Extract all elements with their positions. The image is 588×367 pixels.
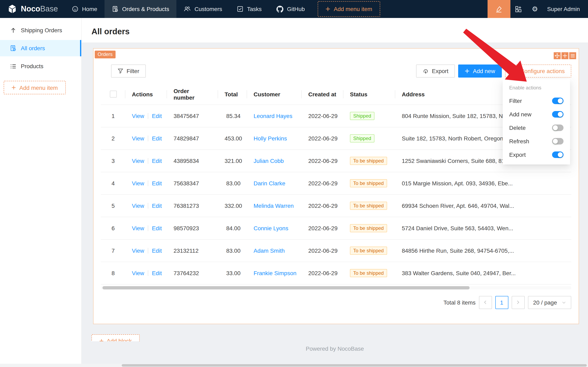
ui-editor-button[interactable] xyxy=(487,0,510,18)
filter-label: Filter xyxy=(126,68,139,74)
select-all-checkbox[interactable] xyxy=(110,91,117,98)
page-size-select[interactable]: 20 / page xyxy=(528,296,571,309)
navbar-right: ⚙ Super Admin xyxy=(487,0,588,18)
view-link[interactable]: View xyxy=(132,135,144,142)
edit-link[interactable]: Edit xyxy=(152,247,162,254)
customer-link[interactable]: Leonard Hayes xyxy=(253,112,292,119)
nav-item-home[interactable]: Home xyxy=(65,0,105,18)
gear-icon: ⚙ xyxy=(512,67,517,75)
address-cell: 5724 Daniel Drive, Suite 563, 54403, Wen… xyxy=(395,217,571,239)
add-new-button[interactable]: Add new xyxy=(458,65,502,78)
sidebar-item-shipping-orders[interactable]: Shipping Orders xyxy=(0,22,81,38)
export-button[interactable]: Export xyxy=(416,65,455,78)
dropdown-item-add-new[interactable]: Add new xyxy=(503,107,570,121)
customer-link[interactable]: Darin Clarke xyxy=(253,180,286,186)
dropdown-item-filter[interactable]: Filter xyxy=(503,94,570,107)
brand-bold: Noco xyxy=(21,5,40,13)
customer-link[interactable]: Frankie Simpson xyxy=(253,270,296,276)
sidebar-menu: Shipping Orders All orders xyxy=(0,18,81,74)
view-link[interactable]: View xyxy=(132,270,144,276)
created-at-cell: 2022-06-29 xyxy=(302,172,344,194)
dropdown-item-export[interactable]: Export xyxy=(503,148,570,161)
order-number-cell: 73764232 xyxy=(167,262,218,284)
table-row: 2 ViewEdit 74829847 453.00 Holly Perkins… xyxy=(101,127,571,150)
main-area: All orders Orders xyxy=(82,18,588,367)
top-navbar: NocoBase Home xyxy=(0,0,588,18)
prev-page-button[interactable] xyxy=(479,296,492,309)
page-scrollbar-thumb[interactable] xyxy=(122,364,587,367)
configure-actions-label: Configure actions xyxy=(520,68,565,74)
configure-actions-button[interactable]: ⚙ Configure actions xyxy=(505,65,571,78)
plugin-manager-button[interactable] xyxy=(510,0,527,18)
status-badge: To be shipped xyxy=(350,157,387,165)
page-number-button[interactable]: 1 xyxy=(495,296,508,309)
block-menu-icon[interactable] xyxy=(569,52,576,59)
next-page-button[interactable] xyxy=(512,296,524,309)
add-new-toggle[interactable] xyxy=(552,111,563,117)
navbar-add-menu-item-button[interactable]: Add menu item xyxy=(318,1,380,17)
view-link[interactable]: View xyxy=(132,225,144,231)
page-size-value: 20 / page xyxy=(533,299,557,306)
nav-item-github[interactable]: GitHub xyxy=(269,0,312,18)
add-block-button[interactable]: Add block xyxy=(92,334,140,341)
edit-link[interactable]: Edit xyxy=(152,157,162,164)
sidebar-item-label: All orders xyxy=(21,45,45,51)
created-at-cell: 2022-06-29 xyxy=(302,262,344,284)
table-row: 1 ViewEdit 38475647 85.34 Leonard Hayes … xyxy=(101,105,571,127)
edit-link[interactable]: Edit xyxy=(152,225,162,231)
gear-icon: ⚙ xyxy=(532,5,538,13)
brand[interactable]: NocoBase xyxy=(0,4,65,14)
dropdown-item-label: Add new xyxy=(509,111,531,117)
cloud-download-icon xyxy=(422,68,428,74)
plus-icon xyxy=(465,69,470,74)
edit-link[interactable]: Edit xyxy=(152,270,162,276)
customer-link[interactable]: Julian Cobb xyxy=(253,157,284,164)
edit-link[interactable]: Edit xyxy=(152,112,162,119)
edit-link[interactable]: Edit xyxy=(152,202,162,209)
customer-link[interactable]: Connie Lyons xyxy=(253,225,288,231)
page-content: Orders xyxy=(82,42,588,367)
order-number-cell: 75638347 xyxy=(167,172,218,194)
customer-link[interactable]: Adam Smith xyxy=(253,247,285,254)
user-menu[interactable]: Super Admin xyxy=(543,6,588,12)
created-at-cell: 2022-06-29 xyxy=(302,105,344,127)
plus-icon xyxy=(326,7,331,11)
sidebar-add-menu-item-button[interactable]: Add menu item xyxy=(4,81,66,94)
drag-handle-icon[interactable] xyxy=(554,52,561,59)
customer-cell: Holly Perkins xyxy=(247,127,302,150)
filter-button[interactable]: Filter xyxy=(111,65,146,78)
filter-toggle[interactable] xyxy=(552,97,563,104)
address-cell: 383 Walter Gardens, Suite 040, 24947, Be… xyxy=(395,262,571,284)
nav-item-orders-products[interactable]: Orders & Products xyxy=(105,0,176,18)
row-index: 1 xyxy=(101,105,125,127)
add-block-icon[interactable] xyxy=(562,52,568,59)
customer-link[interactable]: Holly Perkins xyxy=(253,135,287,142)
check-square-icon xyxy=(237,6,243,12)
nav-item-customers[interactable]: Customers xyxy=(176,0,229,18)
view-link[interactable]: View xyxy=(132,202,144,209)
customer-link[interactable]: Melinda Warren xyxy=(253,202,294,209)
filter-icon xyxy=(118,68,123,74)
github-icon xyxy=(277,6,283,12)
view-link[interactable]: View xyxy=(132,180,144,186)
export-toggle[interactable] xyxy=(552,151,563,158)
dropdown-item-delete[interactable]: Delete xyxy=(503,121,570,134)
action-divider xyxy=(148,158,148,164)
scrollbar-thumb[interactable] xyxy=(102,286,469,289)
refresh-toggle[interactable] xyxy=(552,138,563,144)
edit-link[interactable]: Edit xyxy=(152,135,162,142)
nav-item-tasks[interactable]: Tasks xyxy=(229,0,269,18)
layout: Shipping Orders All orders xyxy=(0,18,588,367)
sidebar-item-products[interactable]: Products xyxy=(0,58,81,74)
edit-link[interactable]: Edit xyxy=(152,180,162,186)
row-index: 4 xyxy=(101,172,125,194)
nav-item-label: GitHub xyxy=(287,6,305,12)
sidebar-item-all-orders[interactable]: All orders xyxy=(0,40,81,56)
delete-toggle[interactable] xyxy=(552,124,563,131)
dropdown-item-refresh[interactable]: Refresh xyxy=(503,134,570,148)
view-link[interactable]: View xyxy=(132,157,144,164)
view-link[interactable]: View xyxy=(132,247,144,254)
page-horizontal-scrollbar xyxy=(0,364,588,367)
settings-button[interactable]: ⚙ xyxy=(527,0,543,18)
view-link[interactable]: View xyxy=(132,112,144,119)
